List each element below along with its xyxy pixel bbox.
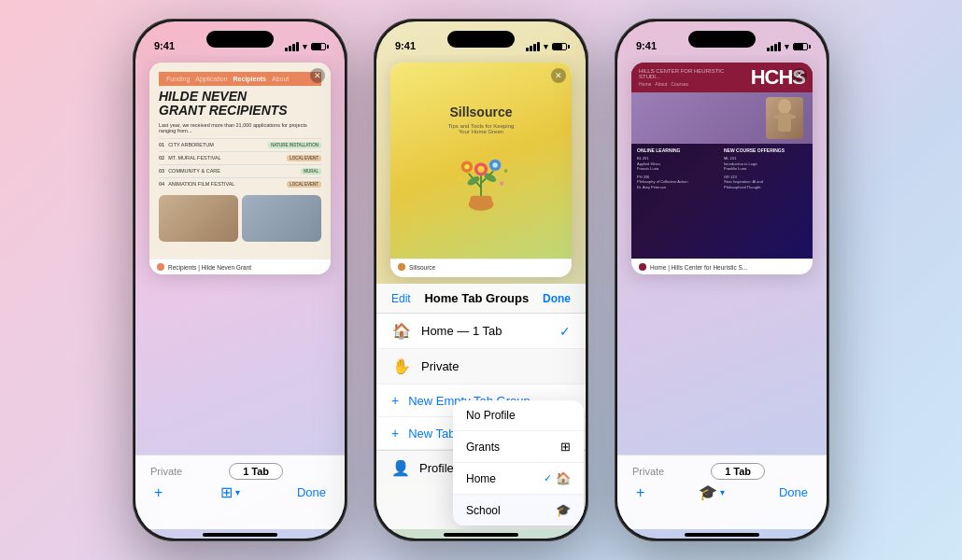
status-icons-3: ▾ xyxy=(767,42,808,51)
grants-footer: Recipients | Hilde Neven Grant xyxy=(149,259,331,274)
tab-school-button-3[interactable]: 🎓 ▾ xyxy=(699,483,725,501)
close-icon-sills[interactable]: ✕ xyxy=(551,68,566,83)
tab-switcher-3: Private 1 Tab xyxy=(617,459,827,482)
new-tab-button-3[interactable]: + xyxy=(636,484,644,501)
home-dropdown-icon: 🏠 xyxy=(556,471,571,485)
home-bar-2 xyxy=(444,533,518,537)
close-icon-grants[interactable]: ✕ xyxy=(310,68,325,83)
dropdown-item-school[interactable]: School 🎓 xyxy=(453,495,584,525)
private-tab-button-3[interactable]: Private xyxy=(632,466,664,477)
profile-dropdown-menu: No Profile Grants ⊞ Home ✓ 🏠 School 🎓 xyxy=(453,400,584,525)
favicon-grants xyxy=(157,263,164,271)
done-button-3[interactable]: Done xyxy=(779,485,808,499)
signal-bar-2 xyxy=(289,46,291,51)
plus-icon-2: + xyxy=(391,426,399,441)
signal-bar-1 xyxy=(285,48,288,51)
tab-group-item-home[interactable]: 🏠 Home — 1 Tab ✓ xyxy=(376,314,586,349)
tab-grid-button-1[interactable]: ⊞ ▾ xyxy=(220,483,240,501)
grants-img-street xyxy=(242,195,321,242)
private-icon: ✋ xyxy=(391,357,412,375)
plus-icon-1: + xyxy=(391,393,399,408)
svg-point-10 xyxy=(464,164,469,169)
time-3: 9:41 xyxy=(636,40,657,51)
tab-groups-done-button[interactable]: Done xyxy=(543,292,571,305)
dropdown-item-no-profile[interactable]: No Profile xyxy=(453,400,584,431)
no-profile-label: No Profile xyxy=(466,409,516,422)
web-card-grants: ✕ Funding Application Recipients About H… xyxy=(149,63,331,274)
grants-list-item-2: 02 MT. MURAL FESTIVAL LOCAL EVENT xyxy=(159,151,321,164)
home-check-icon: ✓ xyxy=(544,472,552,484)
wifi-icon-2: ▾ xyxy=(544,42,548,51)
wifi-icon-3: ▾ xyxy=(785,42,789,51)
new-tab-button-1[interactable]: + xyxy=(154,484,163,501)
tab-groups-title: Home Tab Groups xyxy=(424,291,529,305)
grants-icon: ⊞ xyxy=(560,440,571,454)
home-dropdown-label: Home xyxy=(466,472,496,485)
signal-bar-3 xyxy=(292,44,295,51)
close-icon-hchs[interactable]: ✕ xyxy=(792,68,807,83)
grants-nav-item-4: About xyxy=(272,76,289,82)
sills-flower-svg xyxy=(444,137,518,221)
screen-content-1: ✕ Funding Application Recipients About H… xyxy=(135,55,345,455)
hchs-col-new: NEW COURSE OFFERINGS ML 101Introduction … xyxy=(724,147,807,190)
phone-2-screen: 9:41 ▾ ✕ Sillsource Tips and Tools for K… xyxy=(376,21,586,539)
hchs-columns: ONLINE LEARNING BL 201Applied EthicsFran… xyxy=(631,144,813,194)
home-bar-3 xyxy=(685,533,759,537)
check-icon: ✓ xyxy=(559,324,571,339)
svg-rect-19 xyxy=(788,115,796,119)
tab-count-pill-3[interactable]: 1 Tab xyxy=(711,463,765,480)
sills-content: Sillsource Tips and Tools for KeepingYou… xyxy=(390,63,572,259)
signal-bars-1 xyxy=(285,42,299,51)
time-1: 9:41 xyxy=(154,40,175,51)
grants-images xyxy=(159,195,321,242)
grants-title: HILDE NEVENGRANT RECIPIENTS xyxy=(159,90,321,119)
home-icon: 🏠 xyxy=(391,322,412,340)
signal-bar-4 xyxy=(296,42,299,51)
tab-group-home-label: Home — 1 Tab xyxy=(421,324,550,338)
dropdown-item-grants[interactable]: Grants ⊞ xyxy=(453,431,584,463)
tab-switcher-1: Private 1 Tab xyxy=(135,459,345,482)
sills-footer: Sillsource xyxy=(390,259,572,274)
hchs-hero-image xyxy=(631,92,813,144)
phone-safari: 9:41 ▾ ✕ Sillsource Tips and Tools for K… xyxy=(374,19,588,541)
phone-hchs: 9:41 ▾ ✕ HILLS CENTER F xyxy=(615,19,829,541)
grants-list: 01 CITY ARBORETUM NATURE INSTALLATION 02… xyxy=(159,138,321,190)
grants-list-item-4: 04 ANIMATION FILM FESTIVAL LOCAL EVENT xyxy=(159,177,321,190)
hchs-card-content: HILLS CENTER FOR HEURISTIC STUDI... Home… xyxy=(631,63,813,259)
safari-bottom-icons-1: + ⊞ ▾ Done xyxy=(135,482,345,501)
svg-rect-18 xyxy=(773,115,781,119)
safari-bottom-3: Private 1 Tab + 🎓 ▾ Done xyxy=(617,455,827,529)
sills-illustration xyxy=(444,142,518,217)
grants-list-item-1: 01 CITY ARBORETUM NATURE INSTALLATION xyxy=(159,138,321,151)
phone-grants: 9:41 ▾ ✕ Funding Application xyxy=(133,19,347,541)
grants-nav-item-3: Recipients xyxy=(233,76,266,82)
grants-nav-item-1: Funding xyxy=(166,76,190,82)
private-tab-button-1[interactable]: Private xyxy=(150,466,182,477)
grants-nav-item-2: Application xyxy=(195,76,227,82)
tab-groups-edit-button[interactable]: Edit xyxy=(391,292,411,305)
tab-groups-header: Edit Home Tab Groups Done xyxy=(376,284,586,314)
hchs-site-name: HILLS CENTER FOR HEURISTIC STUDI... xyxy=(639,68,745,79)
tab-count-pill-1[interactable]: 1 Tab xyxy=(229,463,283,480)
svg-point-16 xyxy=(778,99,791,114)
web-card-sills: ✕ Sillsource Tips and Tools for KeepingY… xyxy=(390,63,572,277)
done-button-1[interactable]: Done xyxy=(297,485,326,499)
grants-label: Grants xyxy=(466,441,500,454)
signal-bars-3 xyxy=(767,42,781,51)
hchs-statue-img xyxy=(766,97,803,139)
grants-card-content: Funding Application Recipients About HIL… xyxy=(149,63,331,259)
dynamic-island-1 xyxy=(206,31,274,48)
battery-1 xyxy=(311,43,326,50)
favicon-hchs xyxy=(639,263,646,271)
tab-group-item-private[interactable]: ✋ Private xyxy=(376,349,586,385)
profile-icon: 👤 xyxy=(391,459,410,477)
grants-subtitle: Last year, we received more than 21,000 … xyxy=(159,122,321,133)
sills-subtitle: Tips and Tools for KeepingYour Home Gree… xyxy=(448,123,515,134)
web-card-hchs: ✕ HILLS CENTER FOR HEURISTIC STUDI... Ho… xyxy=(631,63,813,274)
dropdown-item-home[interactable]: Home ✓ 🏠 xyxy=(453,463,584,495)
status-icons-1: ▾ xyxy=(285,42,326,51)
dynamic-island-2 xyxy=(447,31,515,48)
svg-rect-1 xyxy=(470,196,491,207)
grants-nav: Funding Application Recipients About xyxy=(159,72,321,86)
svg-point-14 xyxy=(500,181,503,185)
